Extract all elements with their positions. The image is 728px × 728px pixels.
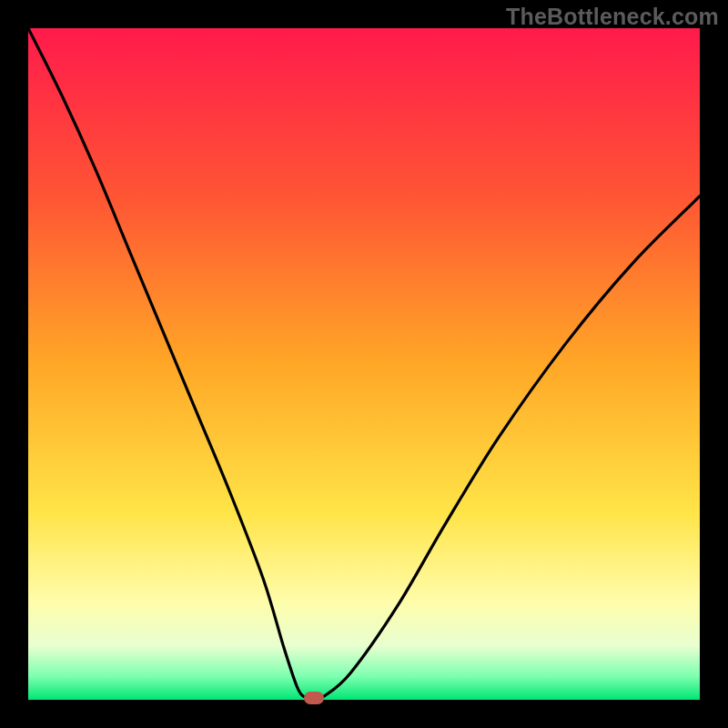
bottleneck-curve [28, 28, 700, 700]
plot-area [28, 28, 700, 700]
watermark-text: TheBottleneck.com [506, 4, 719, 30]
optimal-point-marker [304, 692, 324, 704]
chart-frame: TheBottleneck.com [0, 0, 728, 728]
